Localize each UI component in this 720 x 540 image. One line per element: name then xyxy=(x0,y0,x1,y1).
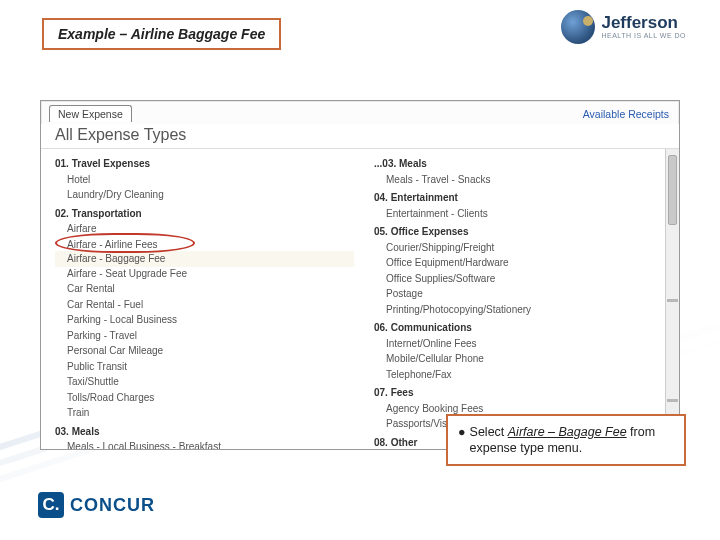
expense-type-item[interactable]: Airfare xyxy=(55,221,354,237)
tab-new-expense[interactable]: New Expense xyxy=(49,105,132,122)
expense-type-item[interactable]: Parking - Local Business xyxy=(55,312,354,328)
callout-emphasis: Airfare – Bagage Fee xyxy=(508,425,627,439)
expense-types-panel: New Expense Available Receipts All Expen… xyxy=(40,100,680,450)
group-heading: 03. Meals xyxy=(55,424,354,440)
scrollbar-tick xyxy=(667,299,678,302)
panel-scrollbar[interactable] xyxy=(665,149,679,449)
slide-title-box: Example – Airline Baggage Fee xyxy=(42,18,281,50)
bullet-dot: ● xyxy=(458,424,466,457)
jefferson-logo-text: Jefferson xyxy=(601,14,686,32)
expense-type-item[interactable]: Mobile/Cellular Phone xyxy=(374,351,673,367)
concur-logo-mark: C. xyxy=(38,492,64,518)
expense-type-item[interactable]: Personal Car Mileage xyxy=(55,343,354,359)
group-heading: 02. Transportation xyxy=(55,206,354,222)
expense-type-item[interactable]: Office Supplies/Software xyxy=(374,271,673,287)
callout-text: Select Airfare – Bagage Fee from expense… xyxy=(470,424,674,457)
group-heading: 04. Entertainment xyxy=(374,190,673,206)
concur-logo: C. CONCUR xyxy=(38,492,155,518)
expense-type-item[interactable]: Office Equipment/Hardware xyxy=(374,255,673,271)
expense-type-item[interactable]: Courier/Shipping/Freight xyxy=(374,240,673,256)
slide-title: Example – Airline Baggage Fee xyxy=(58,26,265,42)
expense-type-item[interactable]: Airfare - Airline Fees xyxy=(55,237,354,253)
callout-lead: Select xyxy=(470,425,508,439)
available-receipts-link[interactable]: Available Receipts xyxy=(583,108,669,120)
expense-types-right-column: ...03. Meals Meals - Travel - Snacks 04.… xyxy=(360,149,679,449)
expense-type-item[interactable]: Tolls/Road Charges xyxy=(55,390,354,406)
jefferson-logo: Jefferson HEALTH IS ALL WE DO xyxy=(561,10,686,44)
expense-type-item[interactable]: Meals - Travel - Snacks xyxy=(374,172,673,188)
scrollbar-tick xyxy=(667,399,678,402)
expense-type-item[interactable]: Telephone/Fax xyxy=(374,367,673,383)
group-heading: ...03. Meals xyxy=(374,156,673,172)
expense-type-item[interactable]: Public Transit xyxy=(55,359,354,375)
expense-type-item[interactable]: Airfare - Seat Upgrade Fee xyxy=(55,266,354,282)
concur-logo-text: CONCUR xyxy=(70,495,155,516)
expense-type-item[interactable]: Car Rental xyxy=(55,281,354,297)
group-heading: 01. Travel Expenses xyxy=(55,156,354,172)
expense-type-item[interactable]: Entertainment - Clients xyxy=(374,206,673,222)
jefferson-logo-tagline: HEALTH IS ALL WE DO xyxy=(601,32,686,39)
expense-type-baggage-fee[interactable]: Airfare - Baggage Fee xyxy=(55,251,354,267)
expense-type-item[interactable]: Taxi/Shuttle xyxy=(55,374,354,390)
scrollbar-thumb[interactable] xyxy=(668,155,677,225)
expense-type-item[interactable]: Car Rental - Fuel xyxy=(55,297,354,313)
expense-type-item[interactable]: Printing/Photocopying/Stationery xyxy=(374,302,673,318)
expense-type-item[interactable]: Internet/Online Fees xyxy=(374,336,673,352)
expense-types-left-column: 01. Travel Expenses Hotel Laundry/Dry Cl… xyxy=(41,149,360,449)
expense-type-item[interactable]: Laundry/Dry Cleaning xyxy=(55,187,354,203)
jefferson-logo-mark xyxy=(561,10,595,44)
group-heading: 06. Communications xyxy=(374,320,673,336)
group-heading: 05. Office Expenses xyxy=(374,224,673,240)
expense-type-item[interactable]: Train xyxy=(55,405,354,421)
expense-type-item[interactable]: Hotel xyxy=(55,172,354,188)
expense-type-item[interactable]: Parking - Travel xyxy=(55,328,354,344)
instruction-callout: ● Select Airfare – Bagage Fee from expen… xyxy=(446,414,686,467)
panel-heading: All Expense Types xyxy=(41,124,679,149)
group-heading: 07. Fees xyxy=(374,385,673,401)
expense-type-item[interactable]: Postage xyxy=(374,286,673,302)
expense-type-item[interactable]: Meals - Local Business - Breakfast xyxy=(55,439,354,449)
